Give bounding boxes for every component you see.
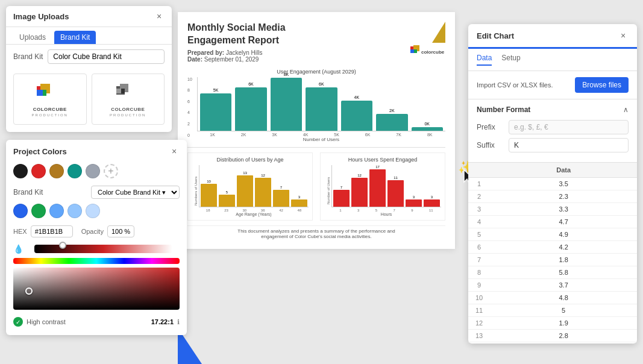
tab-uploads[interactable]: Uploads (13, 31, 52, 44)
chart-panel-title: Edit Chart (477, 31, 514, 40)
chart-tab-data[interactable]: Data (477, 54, 492, 66)
brand-kit-select[interactable]: Color Cube Brand Kit (48, 49, 165, 64)
contrast-check-icon: ✓ (13, 317, 23, 327)
doc-header: Monthly Social MediaEngagement Report Pr… (187, 22, 445, 63)
hours-bar-val-17: 17 (375, 165, 380, 169)
close-button[interactable]: × (154, 11, 165, 22)
logo-sub-mono: PRODUCTION (110, 113, 146, 117)
logo-sub-color: PRODUCTION (32, 113, 68, 117)
contrast-row: ✓ High contrast 17.22:1 ℹ (6, 313, 187, 328)
bar-6k1 (235, 87, 266, 131)
suffix-input[interactable] (509, 138, 629, 152)
row-number: 3 (468, 203, 490, 216)
number-format-section: Number Format ∧ Prefix Suffix (468, 99, 637, 163)
hue-bar[interactable] (13, 258, 180, 264)
bars-container: 5K 6K 8K 6K (197, 77, 445, 131)
row-number: 8 (468, 266, 490, 279)
section-header: Number Format ∧ (477, 105, 629, 114)
hours-bar-val-3a: 3 (413, 195, 415, 199)
logo-text-color: colorcube (33, 107, 67, 112)
age-chart-title: Distribution of Users by Age (192, 157, 309, 163)
gradient-handle[interactable] (59, 242, 66, 249)
bar-label-0k: 0K (424, 122, 430, 126)
row-value[interactable]: 3.2 (490, 342, 637, 344)
row-num-header (468, 163, 490, 178)
brand-swatch-green[interactable] (31, 204, 46, 218)
browse-files-button[interactable]: Browse files (575, 77, 629, 93)
row-value[interactable]: 1.9 (490, 317, 637, 330)
swatch-gray[interactable] (86, 164, 100, 178)
brand-images-grid: colorcube PRODUCTION colorcube PRODUCTIO… (6, 69, 172, 132)
bar-0k (412, 127, 443, 131)
colorcube-color-logo: colorcube PRODUCTION (32, 81, 68, 117)
picker-handle[interactable] (25, 287, 33, 295)
logo-svg-color (32, 81, 68, 105)
hex-label: HEX (13, 228, 27, 235)
brand-kit-mini-select[interactable]: Color Cube Brand Kit ▾ (91, 186, 180, 199)
suffix-label: Suffix (477, 141, 504, 149)
chevron-up-icon[interactable]: ∧ (623, 105, 629, 114)
brand-swatch-blue[interactable] (13, 204, 28, 218)
divider (187, 147, 445, 148)
bar-group: 0K (412, 122, 443, 131)
row-number: 7 (468, 254, 490, 266)
table-row: 85.8 (468, 266, 637, 279)
row-value[interactable]: 4.2 (490, 241, 637, 254)
data-table-section[interactable]: Data 13.522.333.344.754.964.271.885.893.… (468, 163, 637, 344)
chart-panel-close[interactable]: × (618, 30, 629, 41)
eyedropper-icon[interactable]: 💧 (13, 244, 24, 254)
age-x-title: Age Range (Years) (199, 212, 309, 216)
panel-title: Image Uploads (13, 12, 69, 21)
brand-kit-section-header: Brand Kit Color Cube Brand Kit ▾ (13, 186, 180, 199)
hours-bars-container: 7 12 17 11 (331, 165, 441, 207)
brand-swatch-lightest[interactable] (86, 204, 100, 218)
row-value[interactable]: 4.9 (490, 228, 637, 241)
row-value[interactable]: 2.3 (490, 190, 637, 203)
swatch-gold[interactable] (49, 164, 64, 178)
info-icon[interactable]: ℹ (177, 318, 180, 326)
row-value[interactable]: 3.7 (490, 279, 637, 292)
hours-bar-group: 11 (387, 176, 404, 207)
age-bar-7 (273, 190, 289, 207)
brand-swatch-lightblue[interactable] (49, 204, 64, 218)
hours-bar-3a (406, 199, 422, 207)
age-bars-container: 10 5 13 12 (199, 165, 309, 207)
row-value[interactable]: 1.8 (490, 254, 637, 266)
row-value[interactable]: 4.7 (490, 216, 637, 228)
brand-swatch-lighter[interactable] (67, 204, 82, 218)
bar-group: 6K (306, 82, 337, 131)
row-value[interactable]: 3.3 (490, 203, 637, 216)
hours-chart-area: Number of Users 7 12 17 (324, 165, 441, 216)
hex-input[interactable] (31, 225, 73, 237)
brand-image-mono[interactable]: colorcube PRODUCTION (92, 74, 165, 125)
age-bar-group: 12 (255, 174, 271, 207)
row-value[interactable]: 5.8 (490, 266, 637, 279)
table-row: 33.3 (468, 203, 637, 216)
hours-chart-title: Hours Users Spent Engaged (324, 157, 441, 163)
row-number: 4 (468, 216, 490, 228)
chart-tab-setup[interactable]: Setup (501, 54, 520, 66)
colors-close-button[interactable]: × (169, 146, 180, 157)
doc-colorcube-logo: colorcube (409, 45, 445, 62)
age-chart: Distribution of Users by Age Numbers of … (187, 152, 313, 221)
brand-kit-section-label: Brand Kit (13, 188, 43, 196)
import-section: Import CSV or XLSX files. Browse files (468, 71, 637, 99)
gradient-bar[interactable] (34, 245, 172, 253)
swatch-teal[interactable] (67, 164, 82, 178)
tab-brand-kit[interactable]: Brand Kit (54, 31, 96, 44)
row-value[interactable]: 5 (490, 304, 637, 317)
swatch-red[interactable] (31, 164, 46, 178)
add-swatch-button[interactable]: + (104, 164, 118, 178)
brand-swatches (13, 204, 180, 218)
prefix-input[interactable] (509, 120, 629, 134)
row-value[interactable]: 2.8 (490, 330, 637, 342)
brand-kit-row: Brand Kit Color Cube Brand Kit (6, 45, 172, 69)
age-bar-group: 3 (291, 195, 307, 207)
row-value[interactable]: 4.8 (490, 292, 637, 304)
table-row: 44.7 (468, 216, 637, 228)
swatch-black[interactable] (13, 164, 28, 178)
brand-image-color[interactable]: colorcube PRODUCTION (13, 74, 87, 125)
color-picker-area[interactable] (13, 268, 180, 310)
opacity-input[interactable] (107, 225, 134, 237)
row-value[interactable]: 3.5 (490, 178, 637, 190)
